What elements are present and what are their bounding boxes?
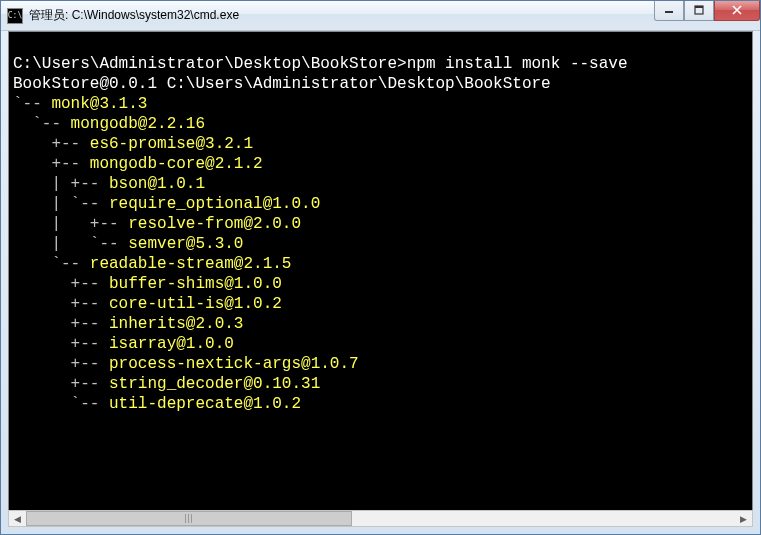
terminal-output: C:\Users\Administrator\Desktop\BookStore… [9, 32, 752, 416]
close-button[interactable] [714, 1, 760, 21]
window-controls [654, 1, 760, 21]
tree-row: +-- mongodb-core@2.1.2 [13, 155, 263, 173]
tree-row: | +-- resolve-from@2.0.0 [13, 215, 301, 233]
pkg-core-util-is: core-util-is@1.0.2 [109, 295, 282, 313]
svg-rect-2 [695, 6, 703, 8]
tree-branch: +-- [13, 155, 90, 173]
tree-row: +-- string_decoder@0.10.31 [13, 375, 320, 393]
terminal[interactable]: C:\Users\Administrator\Desktop\BookStore… [8, 31, 753, 510]
tree-branch: `-- [13, 395, 109, 413]
pkg-semver: semver@5.3.0 [128, 235, 243, 253]
prompt-line: C:\Users\Administrator\Desktop\BookStore… [13, 55, 628, 73]
tree-branch: `-- [13, 115, 71, 133]
svg-rect-0 [665, 11, 673, 13]
content-area: C:\Users\Administrator\Desktop\BookStore… [8, 31, 753, 527]
prompt-path: C:\Users\Administrator\Desktop\BookStore… [13, 55, 407, 73]
pkg-inherits: inherits@2.0.3 [109, 315, 243, 333]
tree-branch: | +-- [13, 215, 128, 233]
pkg-mongodb-core: mongodb-core@2.1.2 [90, 155, 263, 173]
cmd-icon: C:\ [7, 8, 23, 24]
pkg-mongodb: mongodb@2.2.16 [71, 115, 205, 133]
tree-row: `-- util-deprecate@1.0.2 [13, 395, 301, 413]
pkg-readable-stream: readable-stream@2.1.5 [90, 255, 292, 273]
output-line: BookStore@0.0.1 C:\Users\Administrator\D… [13, 75, 551, 93]
tree-row: +-- buffer-shims@1.0.0 [13, 275, 282, 293]
minimize-button[interactable] [654, 1, 684, 21]
pkg-util-deprecate: util-deprecate@1.0.2 [109, 395, 301, 413]
pkg-require-optional: require_optional@1.0.0 [109, 195, 320, 213]
maximize-button[interactable] [684, 1, 714, 21]
tree-branch: `-- [13, 255, 90, 273]
scroll-right-button[interactable]: ▶ [735, 511, 752, 526]
cmd-window: C:\ 管理员: C:\Windows\system32\cmd.exe C:\… [0, 0, 761, 535]
tree-branch: +-- [13, 315, 109, 333]
tree-branch: +-- [13, 295, 109, 313]
pkg-bson: bson@1.0.1 [109, 175, 205, 193]
tree-row: `-- mongodb@2.2.16 [13, 115, 205, 133]
scroll-thumb[interactable] [26, 511, 352, 526]
tree-row: | `-- semver@5.3.0 [13, 235, 243, 253]
tree-row: +-- inherits@2.0.3 [13, 315, 243, 333]
command-text: npm install monk --save [407, 55, 628, 73]
pkg-buffer-shims: buffer-shims@1.0.0 [109, 275, 282, 293]
scroll-track[interactable] [26, 511, 735, 526]
tree-branch: | `-- [13, 195, 109, 213]
pkg-isarray: isarray@1.0.0 [109, 335, 234, 353]
tree-row: +-- es6-promise@3.2.1 [13, 135, 253, 153]
pkg-monk: monk@3.1.3 [51, 95, 147, 113]
tree-row: `-- monk@3.1.3 [13, 95, 147, 113]
tree-branch: +-- [13, 355, 109, 373]
tree-branch: +-- [13, 335, 109, 353]
horizontal-scrollbar[interactable]: ◀ ▶ [8, 510, 753, 527]
pkg-string-decoder: string_decoder@0.10.31 [109, 375, 320, 393]
tree-branch: | +-- [13, 175, 109, 193]
tree-branch: +-- [13, 135, 90, 153]
pkg-process-nextick-args: process-nextick-args@1.0.7 [109, 355, 359, 373]
tree-branch: | `-- [13, 235, 128, 253]
tree-branch: +-- [13, 375, 109, 393]
tree-row: +-- core-util-is@1.0.2 [13, 295, 282, 313]
tree-row: +-- isarray@1.0.0 [13, 335, 234, 353]
tree-row: +-- process-nextick-args@1.0.7 [13, 355, 359, 373]
tree-row: `-- readable-stream@2.1.5 [13, 255, 291, 273]
scroll-left-button[interactable]: ◀ [9, 511, 26, 526]
tree-branch: `-- [13, 95, 51, 113]
titlebar[interactable]: C:\ 管理员: C:\Windows\system32\cmd.exe [1, 1, 760, 31]
window-title: 管理员: C:\Windows\system32\cmd.exe [29, 7, 654, 24]
tree-row: | +-- bson@1.0.1 [13, 175, 205, 193]
grip-icon [185, 514, 194, 523]
pkg-es6-promise: es6-promise@3.2.1 [90, 135, 253, 153]
pkg-resolve-from: resolve-from@2.0.0 [128, 215, 301, 233]
tree-branch: +-- [13, 275, 109, 293]
tree-row: | `-- require_optional@1.0.0 [13, 195, 320, 213]
